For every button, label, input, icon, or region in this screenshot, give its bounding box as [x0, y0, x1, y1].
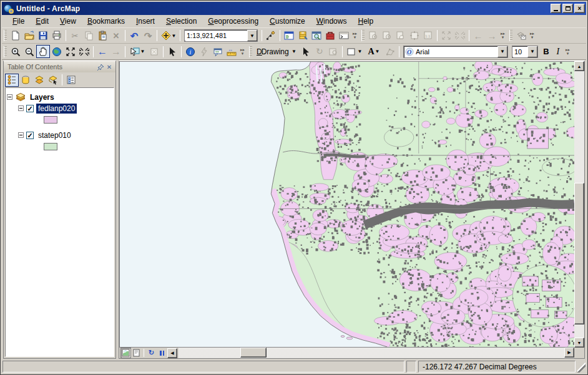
scroll-up-button[interactable]: ▲	[574, 61, 584, 71]
toc-root-row[interactable]: Layers	[7, 92, 112, 102]
close-icon[interactable]: ✕	[105, 62, 114, 71]
vertical-scroll-thumb[interactable]	[574, 183, 584, 324]
drawing-menu-button[interactable]: DDrawing ▼	[254, 47, 299, 57]
arctoolbox-window-button[interactable]	[323, 29, 337, 42]
font-dropdown-arrow[interactable]: ▼	[497, 46, 507, 57]
toolbar-overflow-button[interactable]: ▸▸▾	[564, 45, 571, 58]
rotate-tool[interactable]: ↻	[313, 45, 326, 58]
menu-insert[interactable]: Insert	[130, 16, 160, 27]
fixed-zoom-out-tool[interactable]	[77, 45, 91, 58]
menu-edit[interactable]: Edit	[30, 16, 54, 27]
zoom-in-tool[interactable]	[9, 45, 22, 58]
new-document-button[interactable]	[9, 29, 22, 42]
pause-drawing-button[interactable]	[157, 348, 167, 358]
toolbar-grip[interactable]	[509, 30, 512, 41]
refresh-button[interactable]: ↻	[146, 348, 157, 358]
list-by-selection-button[interactable]	[46, 74, 60, 87]
layout-zoom-100-button[interactable]: 1:1	[421, 29, 435, 42]
shape-tool[interactable]: ▼	[345, 45, 365, 58]
layout-view-button[interactable]	[131, 348, 142, 358]
resize-grip[interactable]	[577, 361, 586, 373]
pin-icon[interactable]	[96, 62, 105, 71]
print-button[interactable]	[50, 29, 64, 42]
collapse-icon[interactable]	[7, 94, 12, 100]
map-scale-combo[interactable]: ▼	[184, 29, 258, 42]
select-elements-tool[interactable]	[165, 45, 179, 58]
layout-fixed-zoom-in-button[interactable]	[439, 29, 453, 42]
toolbar-overflow-button[interactable]: ▸▸▾	[239, 45, 246, 58]
minimize-button[interactable]	[551, 4, 561, 13]
full-extent-tool[interactable]	[50, 45, 64, 58]
zoom-to-selected-button[interactable]	[326, 45, 340, 58]
menu-view[interactable]: View	[54, 16, 82, 27]
font-size-combo[interactable]: ▼	[512, 46, 538, 58]
edit-vertices-tool[interactable]	[383, 45, 397, 58]
toc-root-label[interactable]: Layers	[28, 92, 56, 102]
collapse-icon[interactable]	[18, 132, 24, 138]
zoom-out-tool[interactable]	[22, 45, 36, 58]
data-view-button[interactable]	[120, 348, 131, 358]
menu-windows[interactable]: Windows	[311, 16, 353, 27]
toolbar-overflow-button[interactable]: ▸▸▾	[499, 29, 506, 42]
drawing-select-elements-tool[interactable]	[299, 45, 313, 58]
scale-dropdown-arrow[interactable]: ▼	[247, 30, 257, 41]
bold-button[interactable]: B	[540, 45, 552, 58]
layer-name[interactable]: statep010	[36, 130, 73, 140]
layout-pan-button[interactable]	[394, 29, 408, 42]
clear-selected-features-button[interactable]	[147, 45, 161, 58]
font-combo[interactable]: O ▼	[403, 46, 508, 58]
horizontal-scroll-track[interactable]	[179, 348, 564, 358]
toolbar-grip[interactable]	[4, 46, 7, 57]
search-window-button[interactable]	[310, 29, 323, 42]
layer-symbol-swatch[interactable]	[44, 143, 57, 150]
save-button[interactable]	[36, 29, 50, 42]
toolbar-grip[interactable]	[361, 30, 365, 41]
open-button[interactable]	[22, 29, 36, 42]
html-popup-tool[interactable]	[211, 45, 225, 58]
layout-go-back-extent-button[interactable]: ←	[471, 29, 485, 42]
menu-geoprocessing[interactable]: Geoprocessing	[202, 16, 264, 27]
toolbar-overflow-button[interactable]: ▸▸▾	[529, 29, 536, 42]
layer-visibility-checkbox[interactable]: ✓	[26, 132, 34, 139]
font-size-dropdown-arrow[interactable]: ▼	[527, 46, 537, 57]
undo-button[interactable]: ↶	[127, 29, 141, 42]
map-canvas[interactable]	[119, 61, 574, 348]
title-bar[interactable]: Untitled - ArcMap ×	[2, 2, 586, 15]
paste-button[interactable]	[96, 29, 109, 42]
list-by-drawing-order-button[interactable]	[5, 74, 19, 87]
fixed-zoom-in-tool[interactable]	[64, 45, 77, 58]
layer-symbol-swatch[interactable]	[44, 116, 57, 124]
map-document[interactable]	[120, 62, 574, 347]
menu-customize[interactable]: Customize	[264, 16, 311, 27]
data-driven-pages-button[interactable]	[514, 29, 528, 42]
delete-button[interactable]: ✕	[109, 29, 123, 42]
editor-toolbar-button[interactable]	[264, 29, 278, 42]
italic-button[interactable]: I	[552, 45, 564, 58]
horizontal-scroll-thumb[interactable]	[240, 348, 267, 358]
list-by-visibility-button[interactable]	[32, 74, 46, 87]
menu-help[interactable]: Help	[352, 16, 379, 27]
scroll-down-button[interactable]: ▼	[574, 338, 584, 348]
toolbar-grip[interactable]	[249, 46, 252, 57]
cut-button[interactable]: ✂	[68, 29, 82, 42]
go-forward-extent-button[interactable]: →	[109, 45, 123, 58]
add-data-button[interactable]: ▼	[159, 29, 178, 42]
menu-bookmarks[interactable]: Bookmarks	[82, 16, 130, 27]
toc-options-button[interactable]	[64, 74, 78, 87]
scroll-right-button[interactable]: ▶	[564, 348, 574, 358]
catalog-window-button[interactable]	[296, 29, 310, 42]
toc-layer-statep010[interactable]: ✓statep010	[18, 130, 112, 140]
text-tool[interactable]: A▼	[365, 45, 383, 58]
vertical-scroll-track[interactable]	[574, 71, 584, 338]
copy-button[interactable]	[82, 29, 96, 42]
python-window-button[interactable]	[337, 29, 351, 42]
list-by-source-button[interactable]	[19, 74, 32, 87]
menu-selection[interactable]: Selection	[160, 16, 202, 27]
menu-file[interactable]: File	[7, 16, 30, 27]
go-back-extent-button[interactable]: ←	[96, 45, 109, 58]
layout-go-forward-extent-button[interactable]: →	[485, 29, 499, 42]
close-button[interactable]: ×	[574, 4, 585, 13]
pan-tool[interactable]	[36, 45, 50, 58]
select-features-tool[interactable]: ▼	[127, 45, 147, 58]
redo-button[interactable]: ↷	[141, 29, 155, 42]
